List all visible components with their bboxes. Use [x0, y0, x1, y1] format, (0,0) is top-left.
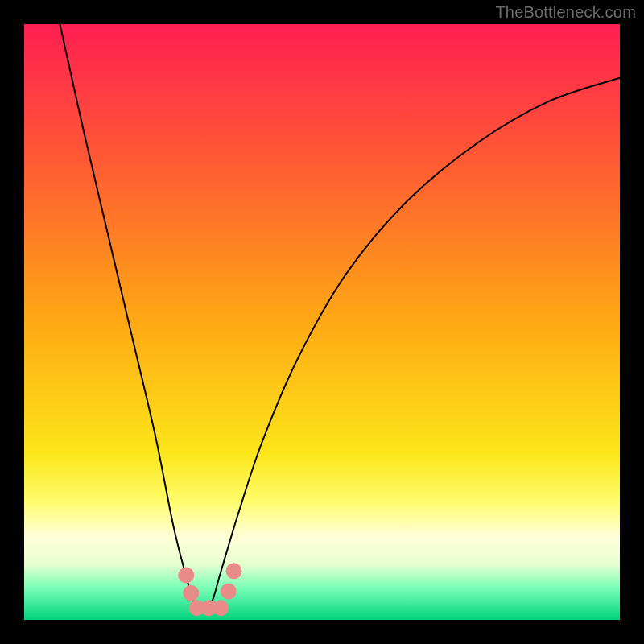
marker-dot	[178, 568, 194, 584]
marker-dot	[221, 583, 237, 599]
chart-background	[24, 24, 620, 620]
plot-area	[24, 24, 620, 620]
marker-dot	[183, 585, 199, 601]
chart-svg	[24, 24, 620, 620]
marker-dot	[225, 563, 242, 579]
watermark-text: TheBottleneck.com	[495, 3, 636, 22]
marker-dot	[213, 600, 229, 616]
chart-frame: TheBottleneck.com	[0, 0, 644, 644]
